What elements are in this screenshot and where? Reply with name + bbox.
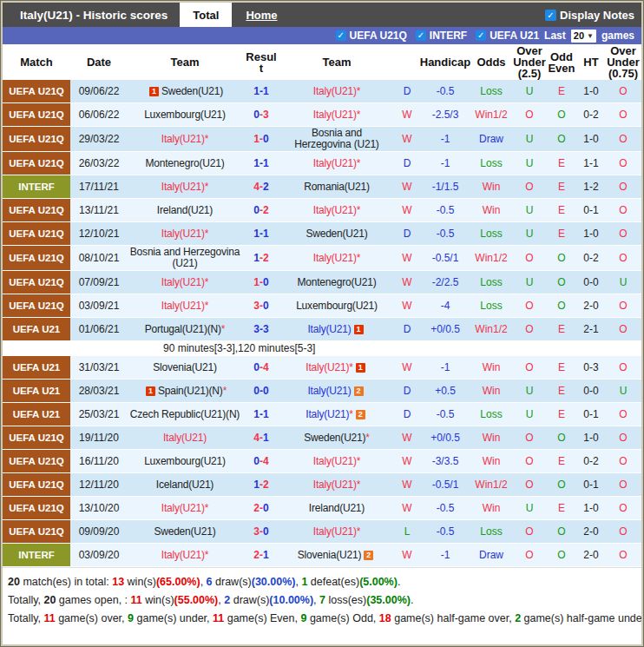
ht-cell: 0-1: [577, 199, 605, 221]
summary-footer: 20 match(es) in total: 13 win(s)(65.00%)…: [3, 567, 641, 644]
odds-cell: Win: [470, 450, 513, 472]
filter-item-uefa-u21q: ✓UEFA U21Q: [336, 30, 407, 42]
table-row: UEFA U2125/03/21Czech Republic(U21)(N)1-…: [3, 403, 641, 426]
filter-label: UEFA U21Q: [350, 30, 407, 42]
over-under-25-cell: O: [513, 520, 546, 543]
team-name: Italy(U21): [306, 362, 349, 373]
handicap-cell: -0.5/1: [421, 246, 470, 270]
odds-cell: Loss: [470, 222, 513, 245]
summary-segment: game(s) over,: [56, 612, 128, 624]
home-score: 1: [253, 228, 260, 240]
away-score: 3: [263, 324, 269, 335]
filter-checkbox[interactable]: ✓: [476, 30, 486, 41]
table-row: UEFA U21Q12/11/20Iceland(U21)1-2Italy(U2…: [3, 473, 641, 497]
away-team-cell: Slovenia(U21)2: [280, 544, 393, 566]
away-score: 2: [263, 205, 269, 216]
summary-segment: win(s): [124, 576, 156, 588]
away-team-cell: Italy(U21)*: [280, 450, 393, 472]
home-advantage-star: *: [349, 362, 352, 373]
team-name: Czech Republic(U21)(N): [130, 409, 240, 420]
filter-checkbox[interactable]: ✓: [336, 30, 346, 41]
odds-cell: Win: [470, 356, 513, 379]
away-score: 1: [263, 86, 269, 97]
home-score: 3: [253, 300, 260, 312]
handicap-cell: -1: [421, 544, 470, 566]
odds-cell: Loss: [470, 271, 513, 294]
handicap-cell: +0/0.5: [421, 318, 470, 340]
odd-even-cell: E: [546, 175, 577, 198]
home-score: 0: [253, 386, 260, 397]
team-name: Italy(U21): [161, 277, 205, 288]
handicap-cell: -2/2.5: [421, 271, 470, 294]
summary-segment: 20: [43, 594, 56, 606]
odd-even-cell: E: [546, 199, 577, 221]
match-badge: UEFA U21Q: [3, 473, 70, 496]
home-advantage-star: *: [357, 253, 360, 264]
date-cell: 19/11/20: [70, 426, 128, 449]
home-advantage-star: *: [205, 300, 208, 312]
table-row: UEFA U2128/03/211Spain(U21)(N)*0-0Italy(…: [3, 380, 641, 403]
column-header: Resul t: [242, 44, 280, 80]
odd-even-cell: E: [546, 222, 577, 245]
summary-segment: 6: [207, 576, 213, 588]
date-cell: 09/06/22: [70, 80, 128, 102]
handicap-cell: -1/1.5: [421, 175, 470, 198]
result-letter-cell: W: [393, 199, 421, 221]
match-badge: UEFA U21Q: [3, 294, 70, 317]
odd-even-cell: O: [546, 520, 577, 543]
ht-cell: 1-0: [577, 426, 605, 449]
score-cell: 0-4: [242, 356, 280, 379]
away-team-cell: Italy(U21)*: [280, 520, 393, 543]
handicap-cell: +0/0.5: [421, 426, 470, 449]
ht-cell: 2-0: [577, 520, 605, 543]
filter-label: INTERF: [430, 30, 467, 42]
team-name: Luxembourg(U21): [296, 300, 378, 312]
summary-segment: game(s) half-game over,: [391, 612, 515, 624]
result-letter-cell: W: [393, 450, 421, 472]
over-under-25-cell: U: [513, 152, 546, 175]
team-name: Italy(U21): [313, 479, 357, 491]
score-cell: 1-1: [242, 152, 280, 175]
odds-cell: Win: [470, 380, 513, 402]
team-name: Italy(U21): [161, 550, 205, 561]
filter-checkbox[interactable]: ✓: [416, 30, 426, 41]
score-cell: 3-0: [242, 294, 280, 317]
date-cell: 03/09/21: [70, 294, 128, 317]
team-name: Italy(U21): [161, 300, 205, 312]
over-under-25-cell: O: [513, 175, 546, 198]
tab-home[interactable]: Home: [246, 9, 277, 22]
home-advantage-star: *: [349, 409, 352, 420]
team-name: Luxembourg(U21): [144, 456, 226, 467]
ht-cell: 1-0: [577, 80, 605, 102]
summary-segment: ,: [313, 594, 319, 606]
home-score: 0: [253, 362, 260, 373]
home-score: 3: [253, 324, 260, 335]
result-letter-cell: W: [393, 294, 421, 317]
away-team-cell: Italy(U21)1: [280, 318, 393, 340]
table-header-row: MatchDateTeamResul tTeamHandicapOddsOver…: [3, 44, 641, 80]
away-team-cell: Italy(U21)*1: [280, 356, 393, 379]
page-frame: Italy(U21) - Historic scores Total Home …: [0, 0, 644, 647]
result-letter-cell: W: [393, 246, 421, 270]
column-header: Over Under (0.75): [605, 44, 641, 80]
away-score: 2: [263, 479, 269, 491]
over-under-075-cell: U: [605, 271, 641, 294]
tab-total[interactable]: Total: [180, 3, 232, 27]
date-cell: 03/09/20: [70, 544, 128, 566]
over-under-25-cell: O: [513, 544, 546, 566]
odd-even-cell: O: [546, 246, 577, 270]
over-under-075-cell: O: [605, 520, 641, 543]
match-badge: UEFA U21Q: [3, 152, 70, 175]
summary-segment: 20: [8, 576, 20, 588]
score-cell: 1-2: [242, 473, 280, 496]
over-under-25-cell: O: [513, 246, 546, 270]
result-letter-cell: W: [393, 356, 421, 379]
table-row: UEFA U21Q09/09/20Sweden(U21)3-0Italy(U21…: [3, 520, 641, 544]
odds-cell: Win: [470, 175, 513, 198]
odds-cell: Win: [470, 199, 513, 221]
last-games-select[interactable]: 20 ▼: [571, 30, 596, 43]
result-letter-cell: D: [393, 222, 421, 245]
summary-segment: 7: [319, 594, 325, 606]
display-notes-checkbox[interactable]: ✓: [545, 10, 556, 21]
team-name: Italy(U21): [161, 503, 205, 514]
